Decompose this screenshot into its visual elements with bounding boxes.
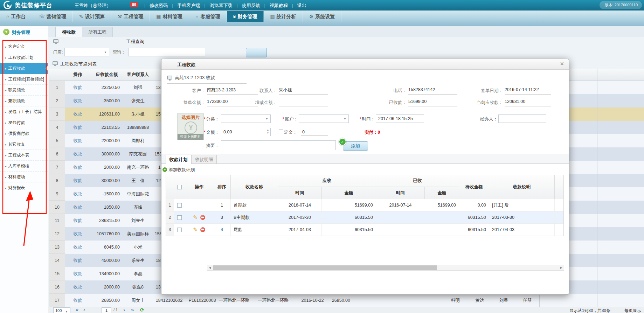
sidebar-item-stockin-audit[interactable]: ▸入库单稽核 <box>0 161 48 172</box>
time-input[interactable]: 2017-06-18 15:25 <box>376 114 424 123</box>
gear-icon: ⚙ <box>309 11 314 22</box>
divider: | <box>236 3 237 8</box>
page-number-input[interactable]: 1 <box>102 307 111 313</box>
last-page-button[interactable]: » <box>131 306 134 313</box>
horizontal-scrollbar[interactable]: ◀ ▶ <box>207 265 564 271</box>
prev-page-button[interactable]: ‹ <box>83 306 85 313</box>
receive-link[interactable]: 收款 <box>74 152 82 156</box>
sidebar: ▼ 财务管理 ▸客户定金 ▸工程收款计划 ▸工程收款 ▸工程领款[直接领款] ▸… <box>0 26 48 313</box>
deposit-checkbox[interactable] <box>279 130 283 134</box>
browser-download-link[interactable]: 浏览器下载 <box>209 2 232 9</box>
notification-badge[interactable]: 89 <box>130 2 138 7</box>
edit-icon[interactable]: ✎ <box>193 224 198 236</box>
nav-finance[interactable]: ¥财务管理 <box>227 11 264 22</box>
search-button[interactable] <box>246 48 267 57</box>
add-plan-link[interactable]: + 添加收款计划 <box>168 167 195 173</box>
current-user[interactable]: 王雪峰（总经理） <box>75 2 111 9</box>
nav-statistics[interactable]: ▥统计分析 <box>264 11 303 22</box>
scroll-right-icon[interactable]: ▶ <box>560 266 562 269</box>
nav-settings[interactable]: ⚙系统设置 <box>303 11 342 22</box>
select-all-checkbox[interactable] <box>177 185 182 189</box>
search-input[interactable] <box>128 48 205 56</box>
scroll-left-icon[interactable]: ◀ <box>209 266 211 269</box>
amount-input[interactable]: 0.00 <box>221 128 271 136</box>
nav-workbench[interactable]: ⌂工作台 <box>0 11 32 22</box>
close-icon[interactable]: × <box>560 60 564 68</box>
collapse-icon[interactable]: ▼ <box>3 29 9 35</box>
tab-all-projects[interactable]: 所有工程 <box>82 27 113 37</box>
sidebar-item-parttime-draw[interactable]: ▸兼职领款 <box>0 96 48 106</box>
tab-pending-receive[interactable]: 待收款 <box>55 27 83 37</box>
sidebar-item-contract-settle[interactable]: ▸发包（工长）结算 <box>0 106 48 117</box>
amount-spinner[interactable]: ▲▼ <box>266 128 270 135</box>
receive-link[interactable]: 收款 <box>74 192 82 196</box>
sidebar-item-project-draw[interactable]: ▸工程领款[直接领款] <box>0 74 48 85</box>
receive-link[interactable]: 收款 <box>74 218 82 223</box>
received-label: 已收款： <box>370 100 407 106</box>
tab-receive-detail[interactable]: 收款明细 <box>191 155 217 164</box>
sidebar-item-cost-table[interactable]: ▸工程成本表 <box>0 150 48 161</box>
sidebar-item-project-receive[interactable]: ▸工程收款 <box>0 63 48 74</box>
receive-link[interactable]: 收款 <box>74 178 82 183</box>
row-checkbox[interactable] <box>177 215 182 220</box>
dialog-header[interactable]: 工程收款 × <box>161 59 569 70</box>
operator-label: 经办人： <box>473 116 498 122</box>
nav-design-budget[interactable]: ✎设计预算 <box>73 11 111 22</box>
list-section-title: 工程收款节点列表 <box>60 61 97 67</box>
sidebar-item-receive-plan[interactable]: ▸工程收款计划 <box>0 52 48 63</box>
row-checkbox[interactable] <box>177 228 182 232</box>
receive-link[interactable]: 收款 <box>74 258 82 263</box>
change-password-link[interactable]: 修改密码 <box>150 2 168 9</box>
scrollbar-thumb[interactable] <box>213 265 437 270</box>
logout-link[interactable]: 退出 <box>297 2 306 9</box>
receive-link[interactable]: 收款 <box>74 298 82 303</box>
col-op: 操作 <box>185 175 213 199</box>
delete-icon[interactable] <box>200 215 205 220</box>
nav-marketing[interactable]: ☏营销管理 <box>32 11 73 22</box>
tab-receive-plan[interactable]: 收款计划 <box>166 155 191 164</box>
sidebar-item-other-inout[interactable]: ▸其它收支 <box>0 139 48 150</box>
bullet-icon: ▸ <box>5 89 7 92</box>
receive-link[interactable]: 收款 <box>74 245 82 250</box>
receive-link[interactable]: 收款 <box>74 205 82 210</box>
account-select[interactable]: ▼ <box>299 114 349 123</box>
feedback-link[interactable]: 使用反馈 <box>242 2 260 9</box>
receive-link[interactable]: 收款 <box>74 112 82 117</box>
receive-link[interactable]: 收款 <box>74 85 82 90</box>
receive-link[interactable]: 收款 <box>74 98 82 103</box>
nav-customer-service[interactable]: ∩客服管理 <box>189 11 227 22</box>
sidebar-item-supplier-pay[interactable]: ▸供货商付款 <box>0 128 48 139</box>
next-page-button[interactable]: › <box>123 306 125 313</box>
first-page-button[interactable]: « <box>76 306 78 313</box>
receive-link[interactable]: 收款 <box>74 138 82 143</box>
video-tutorial-link[interactable]: 视频教程 <box>270 2 288 9</box>
refresh-icon[interactable]: ⟳ <box>140 307 144 313</box>
receive-link[interactable]: 收款 <box>74 231 82 236</box>
divider <box>167 83 247 84</box>
operator-input[interactable] <box>498 114 546 123</box>
summary-input[interactable] <box>221 140 336 150</box>
store-select[interactable]: ▼ <box>64 48 109 56</box>
category-select[interactable]: ▼ <box>221 114 271 123</box>
mobile-client-link[interactable]: 手机客户端 <box>177 2 200 9</box>
query-panel-header[interactable]: 工程查询 <box>48 37 644 46</box>
receive-link[interactable]: 收款 <box>74 285 82 290</box>
row-checkbox[interactable] <box>177 203 182 208</box>
search-label: 查询： <box>113 49 125 55</box>
sidebar-item-staff-draw[interactable]: ▸职员领款 <box>0 85 48 96</box>
add-button[interactable]: 添加 <box>343 141 368 151</box>
receive-link[interactable]: 收款 <box>74 125 82 130</box>
sidebar-item-customer-deposit[interactable]: ▸客户定金 <box>0 41 48 52</box>
nav-material[interactable]: ▦材料管理 <box>150 11 189 22</box>
sidebar-header[interactable]: ▼ 财务管理 <box>0 26 48 38</box>
delete-icon[interactable] <box>200 227 205 232</box>
bullet-icon: ▸ <box>5 99 7 103</box>
receive-link[interactable]: 收款 <box>74 165 82 170</box>
page-size-select[interactable]: 100▼ <box>53 307 70 313</box>
edit-icon[interactable]: ✎ <box>193 211 198 223</box>
receive-link[interactable]: 收款 <box>74 271 82 276</box>
sidebar-item-finance-report[interactable]: ▸财务报表 <box>0 182 48 193</box>
sidebar-item-material-enter[interactable]: ▸材料进场 <box>0 172 48 182</box>
sidebar-item-contract-pay[interactable]: ▸发包付款 <box>0 117 48 128</box>
nav-project[interactable]: ⚒工程管理 <box>111 11 150 22</box>
